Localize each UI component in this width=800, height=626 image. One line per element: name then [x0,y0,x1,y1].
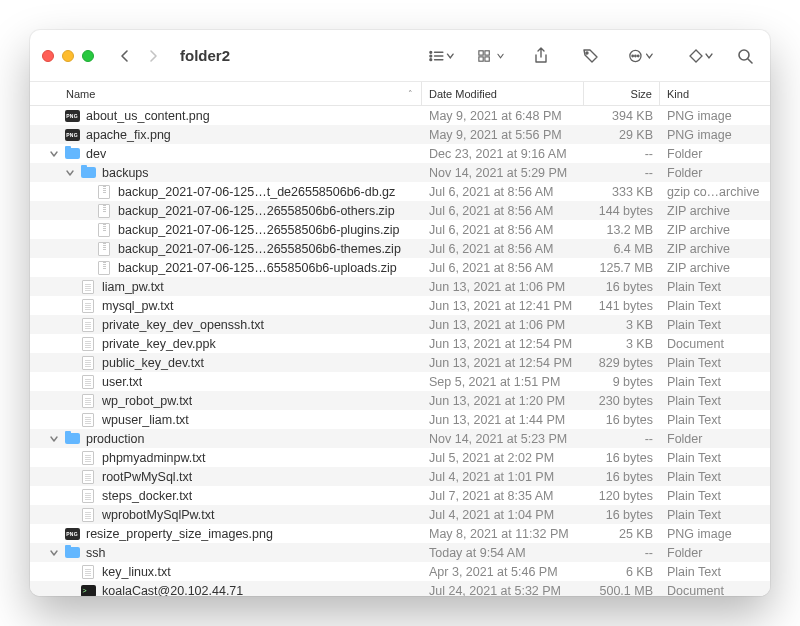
file-name: backup_2021-07-06-125…6558506b6-uploads.… [118,261,397,275]
file-date: Jul 6, 2021 at 8:56 AM [422,185,584,199]
share-button[interactable] [528,43,554,69]
column-header-date[interactable]: Date Modified [422,82,584,105]
file-row[interactable]: backup_2021-07-06-125…26558506b6-plugins… [30,220,770,239]
file-row[interactable]: backupsNov 14, 2021 at 5:29 PM--Folder [30,163,770,182]
back-button[interactable] [112,43,138,69]
file-name: dev [86,147,106,161]
file-name: backup_2021-07-06-125…26558506b6-others.… [118,204,395,218]
page-icon [80,393,96,409]
tags-button[interactable] [578,43,604,69]
svg-point-4 [430,58,432,60]
file-row[interactable]: backup_2021-07-06-125…t_de26558506b6-db.… [30,182,770,201]
file-row[interactable]: liam_pw.txtJun 13, 2021 at 1:06 PM16 byt… [30,277,770,296]
file-row[interactable]: rootPwMySql.txtJul 4, 2021 at 1:01 PM16 … [30,467,770,486]
file-kind: PNG image [660,109,770,123]
zip-icon [96,260,112,276]
svg-rect-7 [485,50,489,54]
close-window-button[interactable] [42,50,54,62]
file-kind: Document [660,584,770,597]
window-title: folder2 [180,47,230,64]
file-date: Jul 7, 2021 at 8:35 AM [422,489,584,503]
file-size: 13.2 MB [584,223,660,237]
png-icon: PNG [64,108,80,124]
page-icon [80,355,96,371]
file-kind: ZIP archive [660,204,770,218]
file-row[interactable]: wp_robot_pw.txtJun 13, 2021 at 1:20 PM23… [30,391,770,410]
file-date: Jul 6, 2021 at 8:56 AM [422,204,584,218]
file-kind: PNG image [660,128,770,142]
file-name: ssh [86,546,105,560]
file-size: 500.1 MB [584,584,660,597]
search-button[interactable] [732,43,758,69]
file-row[interactable]: productionNov 14, 2021 at 5:23 PM--Folde… [30,429,770,448]
file-size: 144 bytes [584,204,660,218]
file-date: May 9, 2021 at 5:56 PM [422,128,584,142]
file-size: 829 bytes [584,356,660,370]
png-icon: PNG [64,127,80,143]
view-options-button[interactable] [428,43,454,69]
file-name: wpuser_liam.txt [102,413,189,427]
file-row[interactable]: private_key_dev_openssh.txtJun 13, 2021 … [30,315,770,334]
file-size: 125.7 MB [584,261,660,275]
file-row[interactable]: steps_docker.txtJul 7, 2021 at 8:35 AM12… [30,486,770,505]
file-row[interactable]: public_key_dev.txtJun 13, 2021 at 12:54 … [30,353,770,372]
file-row[interactable]: phpmyadminpw.txtJul 5, 2021 at 2:02 PM16… [30,448,770,467]
file-name: about_us_content.png [86,109,210,123]
file-row[interactable]: backup_2021-07-06-125…26558506b6-themes.… [30,239,770,258]
file-size: -- [584,147,660,161]
file-kind: Plain Text [660,299,770,313]
action-menu-button[interactable] [628,43,654,69]
file-row[interactable]: sshToday at 9:54 AM--Folder [30,543,770,562]
file-row[interactable]: key_linux.txtApr 3, 2021 at 5:46 PM6 KBP… [30,562,770,581]
file-name: private_key_dev_openssh.txt [102,318,264,332]
file-kind: Plain Text [660,280,770,294]
zoom-window-button[interactable] [82,50,94,62]
file-name: phpmyadminpw.txt [102,451,206,465]
svg-line-16 [748,59,752,63]
file-row[interactable]: PNGabout_us_content.pngMay 9, 2021 at 6:… [30,106,770,125]
file-kind: ZIP archive [660,223,770,237]
file-row[interactable]: PNGresize_property_size_images.pngMay 8,… [30,524,770,543]
forward-button[interactable] [140,43,166,69]
file-name: rootPwMySql.txt [102,470,192,484]
group-options-button[interactable] [478,43,504,69]
file-date: Jul 24, 2021 at 5:32 PM [422,584,584,597]
file-name: private_key_dev.ppk [102,337,216,351]
shelf-button[interactable] [688,43,714,69]
file-date: May 9, 2021 at 6:48 PM [422,109,584,123]
file-row[interactable]: devDec 23, 2021 at 9:16 AM--Folder [30,144,770,163]
minimize-window-button[interactable] [62,50,74,62]
disclosure-triangle[interactable] [50,549,64,557]
file-row[interactable]: user.txtSep 5, 2021 at 1:51 PM9 bytesPla… [30,372,770,391]
file-size: 9 bytes [584,375,660,389]
file-date: Jun 13, 2021 at 12:54 PM [422,337,584,351]
file-name: backup_2021-07-06-125…26558506b6-plugins… [118,223,399,237]
file-row[interactable]: private_key_dev.ppkJun 13, 2021 at 12:54… [30,334,770,353]
page-icon [80,564,96,580]
svg-rect-8 [479,56,483,60]
disclosure-triangle[interactable] [50,435,64,443]
disclosure-triangle[interactable] [50,150,64,158]
column-header-kind[interactable]: Kind [660,82,770,105]
file-row[interactable]: PNGapache_fix.pngMay 9, 2021 at 5:56 PM2… [30,125,770,144]
column-header-size[interactable]: Size [584,82,660,105]
file-row[interactable]: wpuser_liam.txtJun 13, 2021 at 1:44 PM16… [30,410,770,429]
file-date: Jun 13, 2021 at 1:20 PM [422,394,584,408]
file-date: Jun 13, 2021 at 1:44 PM [422,413,584,427]
disclosure-triangle[interactable] [66,169,80,177]
file-row[interactable]: wprobotMySqlPw.txtJul 4, 2021 at 1:04 PM… [30,505,770,524]
svg-rect-9 [485,56,489,60]
file-row[interactable]: koalaCast@20.102.44.71Jul 24, 2021 at 5:… [30,581,770,596]
column-header-name[interactable]: Name ˄ [30,82,422,105]
file-row[interactable]: mysql_pw.txtJun 13, 2021 at 12:41 PM141 … [30,296,770,315]
zip-icon [96,222,112,238]
file-size: 120 bytes [584,489,660,503]
file-date: Nov 14, 2021 at 5:23 PM [422,432,584,446]
column-headers: Name ˄ Date Modified Size Kind [30,82,770,106]
file-date: Today at 9:54 AM [422,546,584,560]
file-row[interactable]: backup_2021-07-06-125…6558506b6-uploads.… [30,258,770,277]
file-date: Jul 4, 2021 at 1:01 PM [422,470,584,484]
file-name: koalaCast@20.102.44.71 [102,584,243,597]
file-name: resize_property_size_images.png [86,527,273,541]
file-row[interactable]: backup_2021-07-06-125…26558506b6-others.… [30,201,770,220]
